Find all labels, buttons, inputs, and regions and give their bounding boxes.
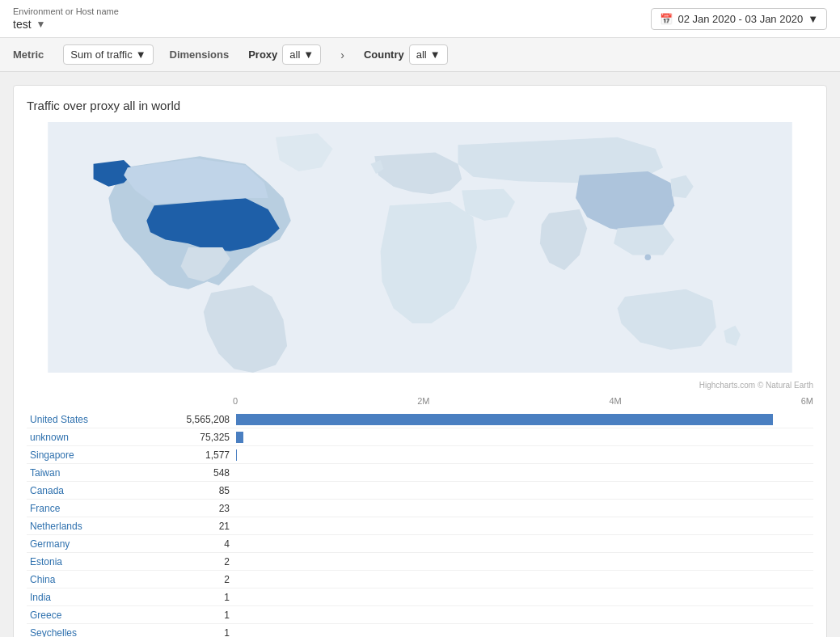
table-row: Singapore 1,577 xyxy=(27,446,813,464)
taiwan-dot xyxy=(666,206,673,213)
country-name-cell: Germany xyxy=(27,535,160,553)
country-name-cell: Taiwan xyxy=(27,464,160,482)
bar-fill xyxy=(236,432,243,443)
value-cell: 21 xyxy=(160,517,233,535)
env-dropdown[interactable]: test ▼ xyxy=(13,18,119,31)
metric-value: Sum of traffic xyxy=(70,49,132,61)
chevron-right-icon: › xyxy=(340,49,344,61)
country-link[interactable]: unknown xyxy=(30,432,69,443)
country-name-cell: Netherlands xyxy=(27,517,160,535)
table-row: India 1 xyxy=(27,588,813,606)
metric-dropdown[interactable]: Sum of traffic ▼ xyxy=(63,44,153,65)
country-link[interactable]: Germany xyxy=(30,538,70,550)
date-chevron-icon: ▼ xyxy=(808,13,818,25)
bar-cell xyxy=(233,464,813,482)
country-link[interactable]: Canada xyxy=(30,485,64,496)
value-cell: 1 xyxy=(160,588,233,606)
country-link[interactable]: United States xyxy=(30,414,88,425)
bar-background xyxy=(236,627,810,638)
country-name-cell: Estonia xyxy=(27,553,160,571)
proxy-group: Proxy all ▼ xyxy=(248,44,321,65)
table-row: Seychelles 1 xyxy=(27,624,813,638)
bar-cell xyxy=(233,606,813,624)
country-name-cell: India xyxy=(27,588,160,606)
table-row: Taiwan 548 xyxy=(27,464,813,482)
map-svg xyxy=(27,122,813,373)
country-name-cell: Singapore xyxy=(27,446,160,464)
value-cell: 75,325 xyxy=(160,428,233,446)
bar-background xyxy=(236,467,810,479)
bar-background xyxy=(236,538,810,550)
bar-cell xyxy=(233,624,813,638)
bar-background xyxy=(236,503,810,514)
country-chevron-icon: ▼ xyxy=(430,49,441,61)
bar-chart-area: 0 2M 4M 6M United States 5,565,208 unkno… xyxy=(27,393,813,637)
axis-label-6m: 6M xyxy=(801,396,813,406)
country-link[interactable]: China xyxy=(30,574,55,585)
chart-title: Traffic over proxy all in world xyxy=(27,99,813,112)
bar-background xyxy=(236,449,810,461)
env-value: test xyxy=(13,18,32,31)
value-cell: 85 xyxy=(160,482,233,500)
country-name-cell: United States xyxy=(27,411,160,428)
country-name-cell: France xyxy=(27,500,160,517)
proxy-dropdown[interactable]: all ▼ xyxy=(282,44,321,65)
bar-background xyxy=(236,610,810,621)
country-label: Country xyxy=(364,49,404,61)
country-link[interactable]: Netherlands xyxy=(30,521,82,532)
bar-cell xyxy=(233,517,813,535)
country-name-cell: Greece xyxy=(27,606,160,624)
country-link[interactable]: France xyxy=(30,503,60,514)
country-link[interactable]: Estonia xyxy=(30,556,62,567)
chevron-down-icon: ▼ xyxy=(36,19,46,30)
date-range-picker[interactable]: 📅 02 Jan 2020 - 03 Jan 2020 ▼ xyxy=(651,8,827,30)
bar-background xyxy=(236,432,810,443)
env-label: Environment or Host name xyxy=(13,6,119,16)
bar-cell xyxy=(233,553,813,571)
bar-cell xyxy=(233,428,813,446)
calendar-icon: 📅 xyxy=(660,13,673,25)
bar-background xyxy=(236,592,810,603)
highcharts-credit: Highcharts.com © Natural Earth xyxy=(27,381,813,390)
country-link[interactable]: Singapore xyxy=(30,449,74,461)
country-name-cell: China xyxy=(27,571,160,588)
country-name-cell: Seychelles xyxy=(27,624,160,638)
country-group: Country all ▼ xyxy=(364,44,448,65)
value-cell: 548 xyxy=(160,464,233,482)
value-cell: 1 xyxy=(160,624,233,638)
metric-chevron-icon: ▼ xyxy=(136,49,146,61)
bar-cell xyxy=(233,588,813,606)
table-row: Netherlands 21 xyxy=(27,517,813,535)
bar-cell xyxy=(233,411,813,428)
country-link[interactable]: Taiwan xyxy=(30,467,60,479)
metric-label: Metric xyxy=(13,49,44,61)
table-row: Estonia 2 xyxy=(27,553,813,571)
value-cell: 2 xyxy=(160,571,233,588)
date-range-value: 02 Jan 2020 - 03 Jan 2020 xyxy=(677,13,803,25)
value-cell: 1 xyxy=(160,606,233,624)
singapore-dot xyxy=(645,254,652,260)
axis-label-0: 0 xyxy=(233,396,238,406)
country-link[interactable]: India xyxy=(30,592,51,603)
country-name-cell: Canada xyxy=(27,482,160,500)
toolbar: Metric Sum of traffic ▼ Dimensions Proxy… xyxy=(0,38,840,72)
proxy-chevron-icon: ▼ xyxy=(303,49,314,61)
value-cell: 2 xyxy=(160,553,233,571)
table-row: Germany 4 xyxy=(27,535,813,553)
value-cell: 4 xyxy=(160,535,233,553)
bar-cell xyxy=(233,446,813,464)
country-link[interactable]: Greece xyxy=(30,610,61,621)
main-content: Traffic over proxy all in world xyxy=(0,72,840,637)
country-dropdown[interactable]: all ▼ xyxy=(409,44,448,65)
world-map xyxy=(27,122,813,373)
country-link[interactable]: Seychelles xyxy=(30,627,77,637)
chart-card: Traffic over proxy all in world xyxy=(13,85,827,637)
bar-background xyxy=(236,556,810,567)
table-row: Canada 85 xyxy=(27,482,813,500)
bar-background xyxy=(236,521,810,532)
table-row: China 2 xyxy=(27,571,813,588)
value-cell: 1,577 xyxy=(160,446,233,464)
top-bar: Environment or Host name test ▼ 📅 02 Jan… xyxy=(0,0,840,38)
bar-background xyxy=(236,574,810,585)
bar-cell xyxy=(233,535,813,553)
